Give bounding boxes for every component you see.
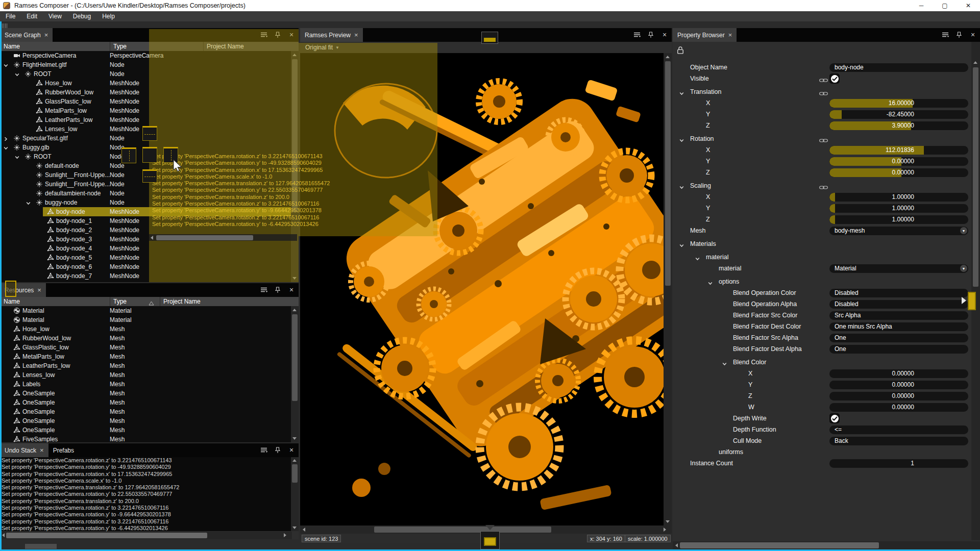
resource-row[interactable]: OneSampleMesh xyxy=(0,407,299,416)
dock-corner-grip[interactable] xyxy=(2,23,7,28)
expander-open-icon[interactable] xyxy=(14,71,20,77)
value-field[interactable]: 112.01836 xyxy=(829,146,968,155)
resource-row[interactable]: OneSampleMesh xyxy=(0,389,299,398)
dropdown-field[interactable]: One xyxy=(829,334,968,342)
pin-icon[interactable] xyxy=(274,446,282,454)
dropdown-field[interactable]: One xyxy=(829,345,968,354)
resource-row[interactable]: FiveSamplesMesh xyxy=(0,435,299,442)
tab-ramses-preview[interactable]: Ramses Preview × xyxy=(300,28,363,42)
panel-menu-icon[interactable] xyxy=(941,31,949,39)
undo-vscrollbar[interactable] xyxy=(291,457,299,531)
dock-drop-indicator-bottom[interactable] xyxy=(142,169,157,183)
tab-undo-stack[interactable]: Undo Stack × xyxy=(0,443,48,457)
undo-log-entry[interactable]: Set property 'PerspectiveCamera.rotation… xyxy=(0,491,291,497)
expander-open-icon[interactable] xyxy=(26,199,32,206)
tab-scene-graph[interactable]: Scene Graph × xyxy=(0,28,53,42)
dropdown-field[interactable]: Material▼ xyxy=(829,264,968,273)
dock-edge-indicator-top[interactable] xyxy=(481,32,498,44)
resource-row[interactable]: RubberWood_lowMesh xyxy=(0,334,299,343)
close-icon[interactable]: × xyxy=(44,32,48,38)
dropdown-field[interactable]: Disabled xyxy=(829,289,968,297)
property-hscrollbar[interactable] xyxy=(673,541,980,549)
value-field[interactable]: 0.00000 xyxy=(829,369,968,378)
undo-log-entry[interactable]: Set property 'PerspectiveCamera.rotation… xyxy=(0,505,291,511)
maximize-button[interactable]: ▢ xyxy=(933,0,957,11)
dock-drop-indicator-left[interactable] xyxy=(121,147,136,163)
resource-row[interactable]: MetalParts_lowMesh xyxy=(0,352,299,361)
pin-icon[interactable] xyxy=(647,31,655,39)
dropdown-field[interactable]: body-mesh▼ xyxy=(829,227,968,235)
minimize-button[interactable]: ─ xyxy=(910,0,933,11)
value-field[interactable]: 0.00000 xyxy=(829,392,968,400)
menu-item-view[interactable]: View xyxy=(43,11,67,21)
menu-item-help[interactable]: Help xyxy=(96,11,120,21)
title-bar[interactable]: Ramses Composer - (C:/Users/Uwe Kindler/… xyxy=(0,0,980,11)
chevron-down-icon[interactable]: ▼ xyxy=(960,265,967,272)
expander-open-icon[interactable] xyxy=(14,154,20,160)
panel-menu-icon[interactable] xyxy=(260,446,268,454)
undo-log-entry[interactable]: Set property 'PerspectiveCamera.rotation… xyxy=(0,464,291,470)
value-field[interactable]: 1.00000 xyxy=(829,215,968,224)
link-icon[interactable] xyxy=(819,76,828,85)
undo-log-entry[interactable]: Set property 'PerspectiveCamera.translat… xyxy=(0,484,291,491)
dock-edge-indicator-left[interactable] xyxy=(5,281,16,297)
checkbox[interactable] xyxy=(829,73,840,84)
value-field[interactable]: 1.00000 xyxy=(829,204,968,213)
resource-row[interactable]: Lenses_lowMesh xyxy=(0,370,299,380)
close-icon[interactable]: × xyxy=(40,447,44,454)
close-icon[interactable]: × xyxy=(287,286,296,294)
undo-log-entry[interactable]: Set property 'PerspectiveCamera.scale.x'… xyxy=(0,478,291,484)
resource-row[interactable]: MaterialMaterial xyxy=(0,306,299,315)
undo-log-entry[interactable]: Set property 'PerspectiveCamera.rotation… xyxy=(0,471,291,478)
resource-row[interactable]: MaterialMaterial xyxy=(0,315,299,324)
panel-menu-icon[interactable] xyxy=(633,31,641,39)
resource-row[interactable]: GlassPlastic_lowMesh xyxy=(0,343,299,352)
dock-edge-indicator-bottom[interactable] xyxy=(480,531,500,549)
close-icon[interactable]: × xyxy=(969,31,977,39)
undo-log-entry[interactable]: Set property 'PerspectiveCamera.rotation… xyxy=(0,525,291,531)
close-icon[interactable]: × xyxy=(660,31,669,39)
resize-grip[interactable] xyxy=(25,544,57,549)
tab-property-browser[interactable]: Property Browser × xyxy=(673,28,737,42)
dropdown-field[interactable]: One minus Src Alpha xyxy=(829,322,968,331)
resource-row[interactable]: LeatherParts_lowMesh xyxy=(0,361,299,370)
close-icon[interactable]: × xyxy=(354,32,358,38)
close-icon[interactable]: × xyxy=(287,446,296,454)
expander-open-icon[interactable] xyxy=(3,144,9,151)
pin-icon[interactable] xyxy=(955,31,963,39)
expander-closed-icon[interactable] xyxy=(3,135,9,141)
panel-menu-icon[interactable] xyxy=(260,286,268,294)
tab-prefabs[interactable]: Prefabs xyxy=(48,443,79,457)
expander-open-icon[interactable] xyxy=(3,62,9,68)
column-header-type[interactable]: Type xyxy=(110,297,158,306)
checkbox[interactable] xyxy=(829,413,840,423)
resources-vscrollbar[interactable] xyxy=(291,306,299,442)
chevron-down-icon[interactable] xyxy=(679,241,684,251)
value-field[interactable]: 3.90000 xyxy=(829,121,968,130)
resource-row[interactable]: OneSampleMesh xyxy=(0,398,299,407)
column-header-project-name[interactable]: Project Name xyxy=(160,297,299,306)
value-field[interactable]: 0.00000 xyxy=(829,168,968,177)
value-field[interactable]: 1.00000 xyxy=(829,193,968,202)
value-field[interactable]: 16.00000 xyxy=(829,99,968,108)
menu-item-file[interactable]: File xyxy=(0,11,21,21)
undo-hscrollbar[interactable] xyxy=(0,532,292,539)
pin-icon[interactable] xyxy=(274,286,282,294)
value-field[interactable]: 0.00000 xyxy=(829,381,968,389)
close-icon[interactable]: × xyxy=(728,32,732,38)
property-vscrollbar[interactable] xyxy=(971,42,980,540)
dropdown-field[interactable]: <= xyxy=(829,425,968,434)
close-button[interactable]: ✕ xyxy=(957,0,980,11)
resource-row[interactable]: OneSampleMesh xyxy=(0,416,299,425)
preview-vscrollbar[interactable] xyxy=(664,53,672,525)
text-input[interactable]: body-node xyxy=(829,63,968,72)
undo-log-entry[interactable]: Set property 'PerspectiveCamera.translat… xyxy=(0,498,291,505)
value-field[interactable]: -82.45000 xyxy=(829,110,968,119)
column-header-name[interactable]: Name xyxy=(0,42,108,51)
value-field[interactable]: 0.00000 xyxy=(829,157,968,166)
menu-item-edit[interactable]: Edit xyxy=(21,11,43,21)
undo-log-entry[interactable]: Set property 'PerspectiveCamera.rotation… xyxy=(0,457,291,464)
undo-log-entry[interactable]: Set property 'PerspectiveCamera.rotation… xyxy=(0,511,291,518)
dropdown-field[interactable]: Src Alpha xyxy=(829,311,968,320)
resource-row[interactable]: Hose_lowMesh xyxy=(0,324,299,334)
